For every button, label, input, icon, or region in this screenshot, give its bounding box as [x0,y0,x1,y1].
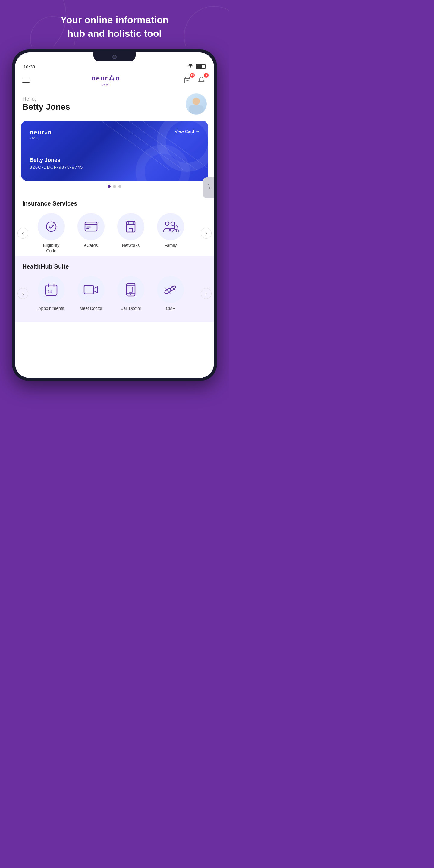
service-item-family[interactable]: Family [153,213,189,253]
svg-rect-37 [84,285,94,294]
service-item-meet-doctor[interactable]: Meet Doctor [73,276,109,311]
hero-title-line2: hub and holistic tool [67,28,162,39]
app-header: neur n نيورو [15,72,214,90]
cmp-label: CMP [166,306,175,311]
scroll-handle-icon: ‹ [207,182,212,194]
call-doctor-label: Call Doctor [120,306,141,311]
cart-icon-badge[interactable]: 15 [182,75,193,86]
user-name: Betty Jones [22,102,70,112]
insurance-next-arrow[interactable]: › [201,228,212,239]
header-icons: 15 9 [182,75,207,86]
hero-title-line1: Your online information [61,14,169,25]
networks-icon: + [124,220,137,233]
healthhub-section: HealthHub Suite ‹ [15,256,214,322]
battery-fill [197,65,202,68]
battery-icon [196,64,206,69]
greeting-text: Hello, Betty Jones [22,96,70,112]
service-item-appointments[interactable]: 14 Appointments [33,276,69,311]
appointments-label: Appointments [38,306,64,311]
service-item-cmp[interactable]: CMP [153,276,189,311]
svg-line-5 [113,79,114,80]
service-item-ecards[interactable]: eCards [73,213,109,253]
eligibility-code-icon-circle [38,213,65,240]
wifi-icon [187,64,193,70]
bell-icon-badge[interactable]: 9 [196,75,207,86]
cart-badge: 15 [190,73,195,78]
family-icon [162,220,179,233]
screen-content[interactable]: 10:30 [15,53,214,378]
svg-line-9 [142,121,208,170]
card-section: neuron نيورون View Card → Betty Jones 82… [15,121,214,195]
service-item-eligibility-code[interactable]: EligibilityCode [33,213,69,253]
healthhub-next-arrow[interactable]: › [201,288,212,299]
service-item-networks[interactable]: + Networks [113,213,149,253]
svg-line-10 [115,121,183,170]
svg-point-1 [111,75,113,76]
avatar [186,93,207,115]
meet-doctor-icon [84,284,98,295]
svg-point-28 [171,222,175,225]
avatar-head [193,98,200,105]
avatar-figure [189,96,204,115]
logo-arabic: نيورون [91,82,120,86]
dot-3[interactable] [119,185,121,188]
meet-doctor-icon-circle [78,276,104,303]
ecards-icon [84,221,98,232]
networks-icon-circle: + [117,213,144,240]
insurance-section: Insurance Services ‹ [15,195,214,256]
hamburger-line-2 [22,80,30,81]
hero-title: Your online information hub and holistic… [6,13,223,40]
scroll-handle[interactable]: ‹ [203,177,214,198]
hamburger-menu[interactable] [22,78,30,83]
status-icons [187,64,206,70]
svg-line-11 [101,121,169,170]
phone-frame: 10:30 [12,50,217,381]
hamburger-line-1 [22,78,30,79]
dot-1[interactable] [107,185,111,188]
healthhub-services-scroll: 14 Appointments [28,274,201,313]
logo-word-2: n [116,74,120,82]
phone-screen: 10:30 [15,53,214,378]
svg-point-27 [165,222,169,225]
svg-point-16 [46,222,56,231]
healthhub-prev-arrow[interactable]: ‹ [18,288,28,299]
card-lines [21,121,208,181]
cmp-icon-circle [157,276,184,303]
service-item-call-doctor[interactable]: Call Doctor [113,276,149,311]
appointments-icon: 14 [44,283,58,297]
family-icon-circle [157,213,184,240]
insurance-services-scroll: EligibilityCode [28,211,201,256]
networks-label: Networks [122,243,140,248]
camera [113,55,117,59]
eligibility-code-icon [45,221,57,233]
time-display: 10:30 [24,64,35,69]
card-dots [21,181,208,190]
ecards-icon-circle [78,213,104,240]
healthhub-services-row: ‹ 14 [15,274,214,313]
bell-badge: 9 [204,73,209,78]
svg-text:‹: ‹ [208,183,209,187]
logo-icon [108,74,116,82]
svg-line-8 [128,121,196,170]
insurance-section-title: Insurance Services [15,195,214,211]
greeting-section: Hello, Betty Jones [15,90,214,121]
hello-text: Hello, [22,96,70,102]
svg-text:14: 14 [48,290,52,294]
svg-point-29 [174,225,177,228]
insurance-services-row: ‹ EligibilityCode [15,211,214,256]
app-logo: neur n نيورو [91,74,120,86]
insurance-prev-arrow[interactable]: ‹ [18,228,28,239]
notch [93,53,135,61]
dot-2[interactable] [113,185,116,188]
svg-text:+: + [130,222,131,224]
insurance-card[interactable]: neuron نيورون View Card → Betty Jones 82… [21,121,208,181]
meet-doctor-label: Meet Doctor [80,306,102,311]
ecards-label: eCards [84,243,98,248]
svg-point-41 [130,294,131,296]
healthhub-section-title: HealthHub Suite [15,256,214,274]
avatar-body [189,105,204,114]
eligibility-code-label: EligibilityCode [43,243,59,253]
cmp-icon [163,283,178,297]
family-label: Family [164,243,177,248]
svg-rect-23 [129,228,133,232]
